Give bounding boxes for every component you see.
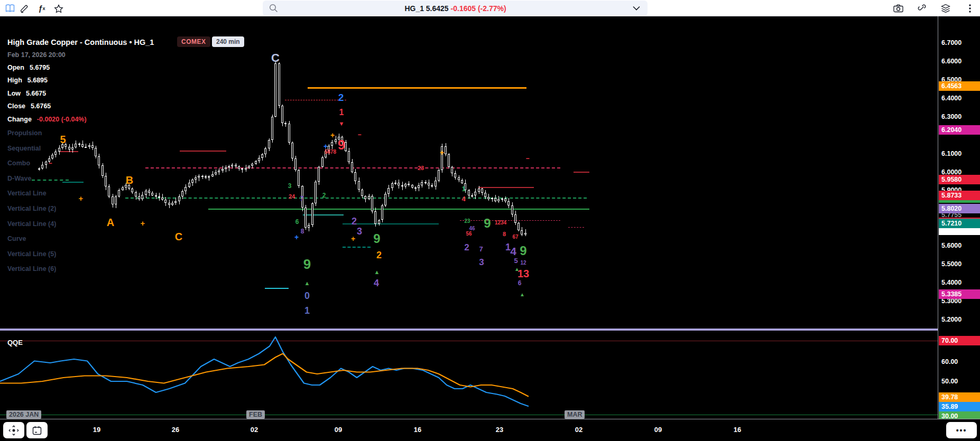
candle-body (48, 158, 50, 162)
chart-stage[interactable]: C5BAC++−21▼++95678−+3247689▲01223+92▲423… (0, 16, 980, 441)
candle-wick (485, 190, 486, 199)
candle-body (481, 189, 483, 192)
candle-body (421, 182, 423, 185)
time-tick: 02 (575, 426, 583, 434)
demark-annotation: 1 (304, 306, 310, 315)
qqe-pane-title[interactable]: QQE (7, 339, 23, 346)
candle-body (171, 203, 173, 204)
demark-annotation: 6 (518, 280, 522, 286)
candle-wick (522, 227, 522, 236)
candle-wick (216, 170, 216, 175)
candle-wick (362, 189, 363, 198)
candle-wick (346, 140, 346, 153)
time-axis[interactable]: ••• 1926020916230209162026 JANFEBMAR (0, 419, 980, 441)
candle-wick (312, 202, 313, 227)
candle-wick (46, 161, 47, 168)
candle-body (445, 146, 447, 154)
pane-separator[interactable] (0, 329, 938, 331)
candle-wick (332, 140, 332, 149)
indicator-item-vertical-line[interactable]: Vertical Line (7, 190, 47, 197)
indicator-item-vertical-line-2-[interactable]: Vertical Line (2) (7, 205, 56, 212)
price-tick: 6.3000 (941, 113, 961, 120)
demark-annotation: 4 (510, 246, 516, 257)
candle-wick (59, 145, 60, 155)
chevron-down-icon[interactable] (633, 6, 640, 11)
candle-body (521, 230, 523, 234)
chart-scroll-position-button[interactable] (3, 422, 24, 438)
candle-wick (279, 62, 280, 108)
candle-body (348, 151, 350, 162)
candle-body (308, 225, 310, 228)
candle-body (168, 203, 170, 205)
candle-body (105, 176, 107, 186)
indicator-item-vertical-line-6-[interactable]: Vertical Line (6) (7, 265, 56, 273)
price-axis[interactable]: 6.70006.60006.50006.40006.30006.10006.00… (938, 16, 980, 419)
candle-body (138, 196, 140, 199)
candle-body (351, 162, 353, 172)
candle-wick (519, 222, 519, 231)
go-to-date-button[interactable] (26, 422, 48, 438)
candle-body (354, 172, 356, 181)
indicator-item-vertical-line-4-[interactable]: Vertical Line (4) (7, 220, 56, 228)
candle-body (61, 144, 63, 148)
candle-wick (365, 195, 366, 202)
candle-body (424, 182, 427, 183)
candle-body (68, 147, 70, 149)
fx-indicator-icon[interactable]: ƒx (35, 2, 49, 15)
watchlist-book-icon[interactable] (3, 2, 17, 15)
indicator-item-curve[interactable]: Curve (7, 235, 26, 242)
level-line (460, 220, 560, 221)
demark-annotation: 2 (322, 192, 326, 199)
candle-body (181, 191, 183, 196)
candle-body (487, 197, 489, 199)
indicator-item-sequential[interactable]: Sequential (7, 145, 41, 152)
indicator-item-vertical-line-5-[interactable]: Vertical Line (5) (7, 250, 56, 258)
candle-wick (103, 163, 103, 177)
candle-wick (402, 182, 403, 190)
candle-body (411, 185, 413, 187)
search-icon (269, 4, 278, 13)
link-share-icon[interactable] (915, 2, 929, 15)
candle-body (441, 146, 443, 170)
demark-annotation: ▲ (374, 269, 380, 275)
demark-annotation: + (330, 132, 335, 139)
candle-body (434, 181, 437, 186)
candle-body (474, 192, 476, 196)
time-axis-settings-button[interactable]: ••• (946, 422, 977, 438)
camera-snapshot-icon[interactable] (891, 2, 905, 15)
indicator-item-propulsion[interactable]: Propulsion (7, 129, 42, 137)
candle-body (397, 183, 400, 185)
month-badge: FEB (246, 410, 265, 419)
symbol-search-bar[interactable]: HG_1 5.6425 -0.1605 (-2.77%) (263, 1, 648, 16)
demark-annotation: + (79, 194, 84, 202)
candle-wick (509, 198, 509, 209)
candle-wick (329, 144, 329, 155)
candle-wick (139, 193, 140, 201)
demark-annotation: − (48, 160, 52, 166)
candle-wick (52, 153, 53, 159)
pencil-edit-icon[interactable] (17, 2, 31, 15)
layers-layout-icon[interactable] (939, 2, 953, 15)
candle-body (95, 148, 97, 156)
indicator-item-combo[interactable]: Combo (7, 159, 30, 167)
candle-body (91, 145, 94, 148)
candle-wick (372, 194, 373, 213)
symbol-title[interactable]: High Grade Copper - Continuous • HG_1 (7, 38, 154, 46)
candle-wick (113, 194, 113, 208)
candle-wick (525, 229, 526, 236)
indicator-item-d-wave[interactable]: D-Wave (7, 175, 31, 182)
candle-wick (342, 136, 343, 145)
kebab-menu-icon[interactable] (963, 2, 977, 15)
level-line (0, 415, 938, 415)
candle-wick (326, 149, 326, 158)
candle-body (251, 164, 253, 166)
candle-body (45, 162, 47, 165)
candle-body (301, 186, 303, 208)
level-line (180, 151, 226, 152)
star-favorite-icon[interactable] (52, 2, 66, 15)
candle-body (58, 148, 60, 152)
demark-annotation: 23 (464, 219, 470, 224)
candle-wick (229, 165, 229, 171)
candle-wick (93, 142, 93, 150)
demark-annotation: 1 (339, 108, 344, 117)
